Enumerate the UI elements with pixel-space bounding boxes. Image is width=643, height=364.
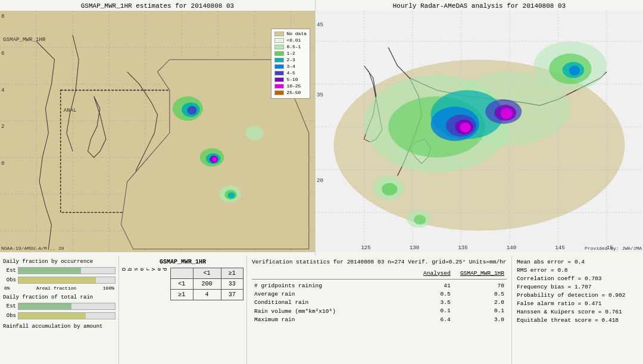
legend-label-1025: 10-25: [286, 83, 301, 89]
legend-item-05: 0.5-1: [274, 44, 307, 49]
occurrence-title: Daily fraction by occurrence: [3, 259, 116, 265]
svg-text:ANAL: ANAL: [64, 107, 77, 114]
svg-text:145: 145: [555, 244, 564, 251]
svg-text:GSMAP_MWR_1HR: GSMAP_MWR_1HR: [3, 36, 46, 43]
verif-row-2: Conditional rain 3.5 2.0: [252, 298, 507, 306]
right-map-title: Hourly Radar-AMeDAS analysis for 2014080…: [316, 0, 643, 11]
svg-point-73: [382, 183, 397, 196]
verif-gsmap-2: 2.0: [453, 298, 507, 306]
verif-col-metric: [252, 269, 410, 277]
svg-point-31: [228, 192, 235, 198]
est-label-1: Est: [3, 268, 16, 274]
verif-analysed-4: 6.4: [410, 315, 452, 324]
right-map-credit: Provided by: JWA/JMA: [585, 246, 642, 251]
axis-left-1: 0%: [4, 285, 10, 291]
verif-title: Verification statistics for 20140808 03 …: [252, 259, 507, 265]
legend-label-23: 2-3: [286, 57, 295, 62]
contingency-row1-label: <1: [171, 279, 193, 290]
verif-row-4: Maximum rain 6.4 3.0: [252, 315, 507, 324]
legend-item-1025: 10-25: [274, 83, 307, 89]
contingency-table: <1 ≥1 <1 200 33 ≥1 4 37: [170, 268, 244, 300]
est-rain-row: Est: [3, 302, 116, 310]
legend-label-nodata: No data: [286, 31, 307, 36]
verif-row-3: Rain volume (mm*km²x10⁶) 0.1 0.1: [252, 306, 507, 315]
obs-rain-bar: [18, 312, 116, 319]
svg-text:8: 8: [1, 13, 4, 20]
verif-col-gsmap: GSMAP_MWR_1HR: [453, 269, 507, 277]
score-item-3: Frequency bias = 1.707: [517, 284, 638, 290]
legend-color-34: [274, 64, 284, 69]
contingency-wrapper: Observed <1 ≥1 <1 200 33 ≥1 4: [122, 268, 244, 300]
legend-color-nodata: [274, 32, 284, 36]
obs-occurrence-bar: [18, 277, 116, 284]
verif-analysed-1: 0.5: [410, 290, 452, 298]
legend-label-12: 1-2: [286, 51, 295, 56]
contingency-header-lt1: <1: [193, 268, 221, 279]
svg-text:135: 135: [458, 244, 467, 251]
score-item-0: Mean abs error = 0.4: [517, 259, 638, 265]
obs-label-2: Obs: [3, 313, 16, 319]
svg-text:0: 0: [1, 160, 4, 167]
legend-item-2550: 25-50: [274, 90, 307, 95]
svg-text:125: 125: [361, 244, 370, 251]
score-item-6: Hanssen & Kuipers score = 0.761: [517, 309, 638, 315]
contingency-val-10: 4: [193, 290, 221, 300]
legend-color-2550: [274, 90, 284, 95]
verif-analysed-2: 3.5: [410, 298, 452, 306]
est-occurrence-bar: [18, 267, 116, 274]
stats-row: Daily fraction by occurrence Est Obs 0% …: [0, 256, 643, 364]
verif-gsmap-4: 3.0: [453, 315, 507, 324]
legend-color-001: [274, 38, 284, 43]
svg-text:2: 2: [1, 123, 4, 130]
obs-vertical-label: Observed: [122, 268, 169, 271]
score-item-5: False alarm ratio = 0.471: [517, 300, 638, 307]
score-item-4: Probability of detection = 0.902: [517, 292, 638, 299]
legend-label-001: <0.01: [286, 37, 301, 43]
axis-mid-1: Areal fraction: [36, 285, 76, 291]
occurrence-chart: Daily fraction by occurrence Est Obs 0% …: [3, 259, 116, 291]
legend-item-001: <0.01: [274, 37, 307, 43]
obs-occurrence-row: Obs: [3, 276, 116, 284]
svg-point-71: [569, 66, 580, 76]
score-panel: Mean abs error = 0.4 RMS error = 0.8 Cor…: [512, 256, 643, 364]
verif-row-1: Average rain 0.5 0.5: [252, 290, 507, 298]
legend-label-2550: 25-50: [286, 90, 301, 95]
contingency-row1: <1 200 33: [171, 279, 244, 290]
contingency-row2-label: ≥1: [171, 290, 193, 300]
legend-label-45: 4-5: [286, 70, 295, 76]
left-map-title: GSMAP_MWR_1HR estimates for 20140808 03: [0, 0, 315, 11]
maps-row: GSMAP_MWR_1HR estimates for 20140808 03: [0, 0, 643, 256]
verif-analysed-0: 41: [410, 281, 452, 290]
bar-charts-panel: Daily fraction by occurrence Est Obs 0% …: [0, 256, 119, 364]
score-item-2: Correlation coeff = 0.703: [517, 275, 638, 282]
right-map-svg-container: 45 35 20 125 130 135 140 145 15: [316, 11, 643, 252]
verif-gsmap-3: 0.1: [453, 306, 507, 315]
est-rain-fill: [18, 303, 71, 309]
right-map-svg: 45 35 20 125 130 135 140 145 15: [316, 11, 643, 252]
left-map-svg-container: 8 6 4 2 0: [0, 11, 315, 252]
rain-title: Daily fraction of total rain: [3, 294, 116, 300]
obs-occurrence-fill: [18, 277, 96, 283]
svg-text:4: 4: [1, 87, 5, 93]
contingency-val-11: 37: [221, 290, 243, 300]
axis-right-1: 100%: [103, 285, 114, 291]
rainfall-title: Rainfall accumulation by amount: [3, 324, 116, 330]
legend-color-05: [274, 45, 284, 49]
legend-item-45: 4-5: [274, 70, 307, 76]
contingency-header-gte1: ≥1: [221, 268, 243, 279]
est-rain-bar: [18, 303, 116, 310]
right-map-panel: Hourly Radar-AMeDAS analysis for 2014080…: [316, 0, 643, 256]
obs-rain-row: Obs: [3, 312, 116, 320]
svg-text:6: 6: [1, 50, 4, 57]
verif-analysed-3: 0.1: [410, 306, 452, 315]
obs-rain-fill: [18, 313, 86, 319]
rain-chart: Daily fraction of total rain Est Obs: [3, 294, 116, 320]
svg-text:20: 20: [317, 177, 323, 184]
legend-item-34: 3-4: [274, 64, 307, 69]
legend-label-510: 5-10: [286, 77, 298, 82]
verif-metric-4: Maximum rain: [252, 315, 410, 324]
legend-label-34: 3-4: [286, 64, 295, 69]
verif-gsmap-0: 70: [453, 281, 507, 290]
legend-color-12: [274, 51, 284, 56]
svg-text:140: 140: [507, 244, 516, 251]
